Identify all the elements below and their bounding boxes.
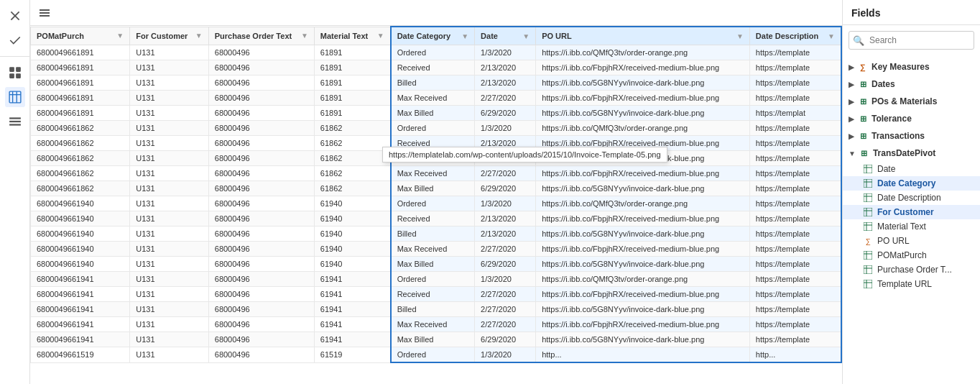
field-item-po-url[interactable]: ∑PO URL <box>843 234 980 248</box>
cell-Date: 2/27/2020 <box>475 91 536 106</box>
cell-DateDescription: https://template <box>749 302 841 317</box>
table-row: 6800049661862U1316800049661862Max Billed… <box>31 181 842 196</box>
field-group-pos-materials: ▶ ⊞ POs & Materials <box>843 93 980 110</box>
cell-ForCustomer: U131 <box>130 272 209 287</box>
sort-icon-Date[interactable]: ▼ <box>522 32 530 40</box>
cell-MaterialText: 61862 <box>314 121 390 136</box>
field-group-header-transdatepivot[interactable]: ▼ ⊞ TransDatePivot <box>843 145 980 162</box>
cell-POMatPurch: 6800049661940 <box>31 196 130 211</box>
field-group-header-transactions[interactable]: ▶ ⊞ Transactions <box>843 127 980 145</box>
cell-DateCategory: Max Billed <box>391 106 475 121</box>
field-item-label: Template URL <box>877 279 932 289</box>
list-view-icon[interactable] <box>5 111 25 132</box>
cell-DateCategory: Max Billed <box>391 181 475 196</box>
field-item-label: POMatPurch <box>877 250 927 260</box>
sort-icon-DateDescription[interactable]: ▼ <box>828 32 835 40</box>
cell-Date: 1/3/2020 <box>475 272 536 287</box>
col-header-POURL[interactable]: PO URL ▼ <box>536 27 750 45</box>
cell-MaterialText: 61891 <box>314 60 390 76</box>
sort-icon-PurchaseOrderText[interactable]: ▼ <box>301 32 308 40</box>
svg-rect-10 <box>9 117 21 119</box>
cell-ForCustomer: U131 <box>130 121 209 136</box>
sort-icon-MaterialText[interactable]: ▼ <box>377 32 384 40</box>
cross-icon[interactable] <box>5 6 25 26</box>
col-header-MaterialText[interactable]: Material Text ▼ <box>314 27 390 45</box>
col-header-PurchaseOrderText[interactable]: Purchase Order Text ▼ <box>208 27 314 45</box>
cell-POMatPurch: 6800049661862 <box>31 121 130 136</box>
cell-MaterialText: 61862 <box>314 181 390 196</box>
col-header-POMatPurch[interactable]: POMatPurch ▼ <box>31 27 130 45</box>
cell-MaterialText: 61941 <box>314 302 390 317</box>
field-item-for-customer[interactable]: For Customer <box>843 205 980 219</box>
cell-DateDescription: https://template <box>749 121 841 136</box>
app-container: POMatPurch ▼ For Customer ▼ <box>0 0 980 384</box>
col-header-DateCategory[interactable]: Date Category ▼ <box>391 27 475 45</box>
cell-MaterialText: 61891 <box>314 106 390 121</box>
table-view-icon[interactable] <box>5 87 25 107</box>
table-row: 6800049661891U1316800049661891Ordered1/3… <box>31 45 842 60</box>
svg-rect-15 <box>40 15 50 17</box>
cell-DateCategory: Ordered <box>391 347 475 363</box>
cell-PurchaseOrderText: 68000496 <box>208 121 314 136</box>
field-group-key-measures: ▶ ∑ Key Measures <box>843 58 980 76</box>
cell-POURL: https://i.ibb.co/QMfQ3tv/order-orange.pn… <box>536 272 750 287</box>
cell-DateCategory: Max Billed <box>391 332 475 347</box>
sort-icon-ForCustomer[interactable]: ▼ <box>195 32 203 40</box>
table-icon-transactions: ⊞ <box>857 130 869 142</box>
cell-Date: 2/27/2020 <box>475 287 536 302</box>
cell-PurchaseOrderText: 68000496 <box>208 166 314 181</box>
cell-ForCustomer: U131 <box>130 76 209 91</box>
data-table: POMatPurch ▼ For Customer ▼ <box>30 26 842 363</box>
sort-icon-DateCategory[interactable]: ▼ <box>461 32 468 40</box>
field-item-pomatpurch[interactable]: POMatPurch <box>843 248 980 262</box>
field-item-template-url[interactable]: Template URL <box>843 277 980 291</box>
table-row: 6800049661940U1316800049661940Ordered1/3… <box>31 196 842 211</box>
cell-DateDescription: https://template <box>749 45 841 60</box>
cell-DateCategory: Max Received <box>391 317 475 332</box>
cell-PurchaseOrderText: 68000496 <box>208 45 314 60</box>
check-icon[interactable] <box>5 30 25 50</box>
grid-view-icon[interactable] <box>5 63 25 83</box>
chevron-key-measures: ▶ <box>849 63 854 71</box>
cell-DateDescription: https://template <box>749 60 841 76</box>
cell-MaterialText: 61891 <box>314 45 390 60</box>
cell-POURL: https://i.ibb.co/5G8NYyv/invoice-dark-bl… <box>536 332 750 347</box>
field-group-header-key-measures[interactable]: ▶ ∑ Key Measures <box>843 58 980 76</box>
field-icon <box>863 164 873 174</box>
cell-MaterialText: 61891 <box>314 76 390 91</box>
cell-MaterialText: 61862 <box>314 166 390 181</box>
field-group-header-tolerance[interactable]: ▶ ⊞ Tolerance <box>843 110 980 127</box>
cell-PurchaseOrderText: 68000496 <box>208 106 314 121</box>
field-group-header-pos-materials[interactable]: ▶ ⊞ POs & Materials <box>843 93 980 110</box>
sort-icon-POMatPurch[interactable]: ▼ <box>116 32 124 40</box>
cell-Date: 2/27/2020 <box>475 166 536 181</box>
field-item-date-description[interactable]: Date Description <box>843 191 980 205</box>
menu-icon[interactable] <box>36 4 53 22</box>
field-icon <box>863 193 873 203</box>
cell-POMatPurch: 6800049661862 <box>31 151 130 166</box>
table-icon-dates: ⊞ <box>857 78 869 90</box>
cell-PurchaseOrderText: 68000496 <box>208 76 314 91</box>
cell-PurchaseOrderText: 68000496 <box>208 91 314 106</box>
search-input[interactable] <box>849 31 974 50</box>
cell-DateCategory: Ordered <box>391 121 475 136</box>
cell-ForCustomer: U131 <box>130 91 209 106</box>
cell-DateCategory: Max Received <box>391 166 475 181</box>
field-item-date-category[interactable]: Date Category <box>843 176 980 191</box>
svg-rect-22 <box>864 193 872 202</box>
field-group-header-dates[interactable]: ▶ ⊞ Dates <box>843 76 980 93</box>
sort-icon-POURL[interactable]: ▼ <box>736 32 744 40</box>
cell-DateDescription: https://templat <box>749 106 841 121</box>
cell-DateCategory: Ordered <box>391 196 475 211</box>
svg-rect-16 <box>864 165 872 173</box>
data-table-container[interactable]: POMatPurch ▼ For Customer ▼ <box>30 26 842 384</box>
col-header-ForCustomer[interactable]: For Customer ▼ <box>130 27 209 45</box>
cell-MaterialText: 61519 <box>314 347 390 363</box>
field-item-purchase-order-t...[interactable]: Purchase Order T... <box>843 262 980 277</box>
field-item-date[interactable]: Date <box>843 162 980 176</box>
field-item-material-text[interactable]: Material Text <box>843 219 980 234</box>
col-header-DateDescription[interactable]: Date Description ▼ <box>749 27 841 45</box>
cell-POURL: https://i.ibb.co/5G8NYyv/invoice-dark-bl… <box>536 76 750 91</box>
col-header-Date[interactable]: Date ▼ <box>475 27 536 45</box>
cell-POMatPurch: 6800049661941 <box>31 287 130 302</box>
